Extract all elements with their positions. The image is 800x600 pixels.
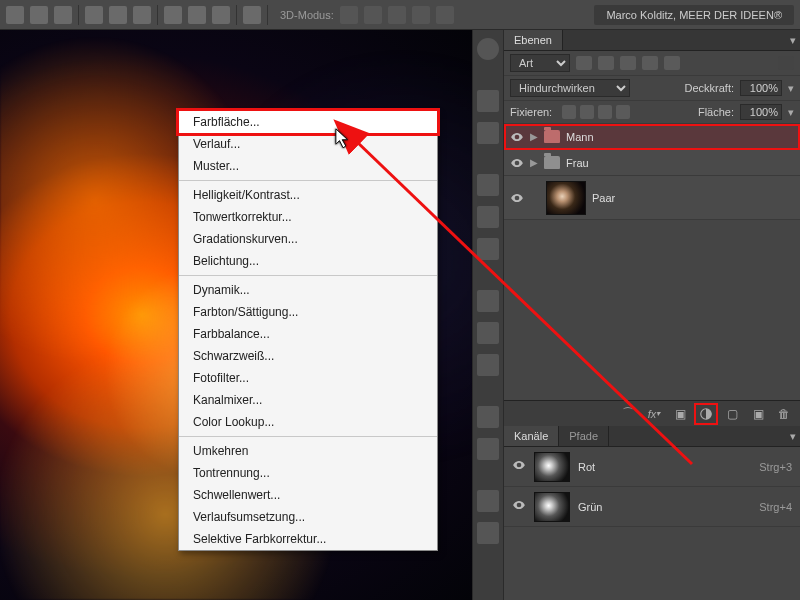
- color-icon[interactable]: [477, 322, 499, 344]
- menu-item[interactable]: Muster...: [179, 155, 437, 177]
- mask-icon[interactable]: ▣: [672, 407, 688, 421]
- layer-name: Frau: [566, 157, 589, 169]
- filter-shape-icon[interactable]: [642, 56, 658, 70]
- paragraph-icon[interactable]: [477, 122, 499, 144]
- menu-item[interactable]: Color Lookup...: [179, 411, 437, 433]
- distribute-icon[interactable]: [133, 6, 151, 24]
- top-toolbar: 3D-Modus: Marco Kolditz, MEER DER IDEEN®: [0, 0, 800, 30]
- menu-item[interactable]: Umkehren: [179, 440, 437, 462]
- channels-panel-tabs: Kanäle Pfade ▾: [504, 426, 800, 447]
- menu-item[interactable]: Farbfläche...: [179, 111, 437, 133]
- filter-type-icon[interactable]: [620, 56, 636, 70]
- visibility-icon[interactable]: [512, 498, 526, 516]
- delete-icon[interactable]: 🗑: [776, 407, 792, 421]
- distribute-icon[interactable]: [212, 6, 230, 24]
- menu-item[interactable]: Schwarzweiß...: [179, 345, 437, 367]
- expand-icon[interactable]: ▶: [530, 131, 538, 142]
- panel-menu-icon[interactable]: ▾: [786, 430, 800, 443]
- adjustment-icon[interactable]: [477, 406, 499, 428]
- menu-item[interactable]: Verlauf...: [179, 133, 437, 155]
- menu-item[interactable]: Farbton/Sättigung...: [179, 301, 437, 323]
- 3d-icon[interactable]: [388, 6, 406, 24]
- tab-layers[interactable]: Ebenen: [504, 30, 563, 50]
- align-icon[interactable]: [6, 6, 24, 24]
- brush-preset-icon[interactable]: [477, 174, 499, 196]
- channel-item-gruen[interactable]: Grün Strg+4: [504, 487, 800, 527]
- menu-item[interactable]: Helligkeit/Kontrast...: [179, 184, 437, 206]
- new-layer-icon[interactable]: ▣: [750, 407, 766, 421]
- align-icon[interactable]: [54, 6, 72, 24]
- fill-input[interactable]: [740, 104, 782, 120]
- channel-item-rot[interactable]: Rot Strg+3: [504, 447, 800, 487]
- expand-icon[interactable]: ▶: [530, 157, 538, 168]
- navigator-icon[interactable]: [477, 490, 499, 512]
- filter-pixel-icon[interactable]: [576, 56, 592, 70]
- visibility-icon[interactable]: [510, 130, 524, 144]
- menu-item[interactable]: Gradationskurven...: [179, 228, 437, 250]
- visibility-icon[interactable]: [512, 458, 526, 476]
- menu-item[interactable]: Dynamik...: [179, 279, 437, 301]
- folder-icon: [544, 130, 560, 143]
- distribute-icon[interactable]: [85, 6, 103, 24]
- menu-item[interactable]: Farbbalance...: [179, 323, 437, 345]
- filter-adjustment-icon[interactable]: [598, 56, 614, 70]
- channel-thumbnail: [534, 492, 570, 522]
- panel-menu-icon[interactable]: ▾: [786, 34, 800, 47]
- lock-position-icon[interactable]: [598, 105, 612, 119]
- history-icon[interactable]: [477, 238, 499, 260]
- channel-shortcut: Strg+4: [759, 501, 792, 513]
- clone-source-icon[interactable]: [477, 206, 499, 228]
- opacity-input[interactable]: [740, 80, 782, 96]
- styles-icon[interactable]: [477, 354, 499, 376]
- layer-item-paar[interactable]: Paar: [504, 176, 800, 220]
- channel-list: Rot Strg+3 Grün Strg+4: [504, 447, 800, 527]
- menu-item[interactable]: Tontrennung...: [179, 462, 437, 484]
- lock-transparent-icon[interactable]: [562, 105, 576, 119]
- adjustment-layer-menu: Farbfläche...Verlauf...Muster...Helligke…: [178, 110, 438, 551]
- layers-icon[interactable]: [477, 438, 499, 460]
- workspace-name[interactable]: Marco Kolditz, MEER DER IDEEN®: [594, 5, 794, 25]
- menu-item[interactable]: Schwellenwert...: [179, 484, 437, 506]
- channel-name: Grün: [578, 501, 602, 513]
- filter-toggle-icon[interactable]: [778, 56, 794, 70]
- 3d-icon[interactable]: [412, 6, 430, 24]
- distribute-icon[interactable]: [109, 6, 127, 24]
- channel-thumbnail: [534, 452, 570, 482]
- layer-item-mann[interactable]: ▶ Mann: [504, 124, 800, 150]
- filter-type-select[interactable]: Art: [510, 54, 570, 72]
- adjustment-layer-icon[interactable]: [698, 407, 714, 421]
- layer-item-frau[interactable]: ▶ Frau: [504, 150, 800, 176]
- link-icon[interactable]: ⌒: [620, 407, 636, 421]
- visibility-icon[interactable]: [510, 156, 524, 170]
- menu-item[interactable]: Kanalmixer...: [179, 389, 437, 411]
- distribute-icon[interactable]: [164, 6, 182, 24]
- layer-name: Paar: [592, 192, 615, 204]
- fx-icon[interactable]: fx▾: [646, 407, 662, 421]
- layers-panel-tabs: Ebenen ▾: [504, 30, 800, 51]
- histogram-icon[interactable]: [477, 522, 499, 544]
- blend-mode-select[interactable]: Hindurchwirken: [510, 79, 630, 97]
- lock-all-icon[interactable]: [616, 105, 630, 119]
- align-icon[interactable]: [30, 6, 48, 24]
- menu-item[interactable]: Tonwertkorrektur...: [179, 206, 437, 228]
- menu-divider: [179, 436, 437, 437]
- lock-fill-row: Fixieren: Fläche: ▾: [504, 101, 800, 124]
- 3d-icon[interactable]: [364, 6, 382, 24]
- 3d-icon[interactable]: [340, 6, 358, 24]
- 3d-icon[interactable]: [436, 6, 454, 24]
- menu-item[interactable]: Belichtung...: [179, 250, 437, 272]
- character-icon[interactable]: [477, 90, 499, 112]
- filter-smart-icon[interactable]: [664, 56, 680, 70]
- menu-item[interactable]: Selektive Farbkorrektur...: [179, 528, 437, 550]
- group-icon[interactable]: ▢: [724, 407, 740, 421]
- visibility-icon[interactable]: [510, 191, 524, 205]
- menu-item[interactable]: Fotofilter...: [179, 367, 437, 389]
- tab-paths[interactable]: Pfade: [559, 426, 609, 446]
- spacing-icon[interactable]: [243, 6, 261, 24]
- lock-pixel-icon[interactable]: [580, 105, 594, 119]
- distribute-icon[interactable]: [188, 6, 206, 24]
- tab-channels[interactable]: Kanäle: [504, 426, 559, 446]
- swatches-icon[interactable]: [477, 290, 499, 312]
- info-icon[interactable]: [477, 38, 499, 60]
- menu-item[interactable]: Verlaufsumsetzung...: [179, 506, 437, 528]
